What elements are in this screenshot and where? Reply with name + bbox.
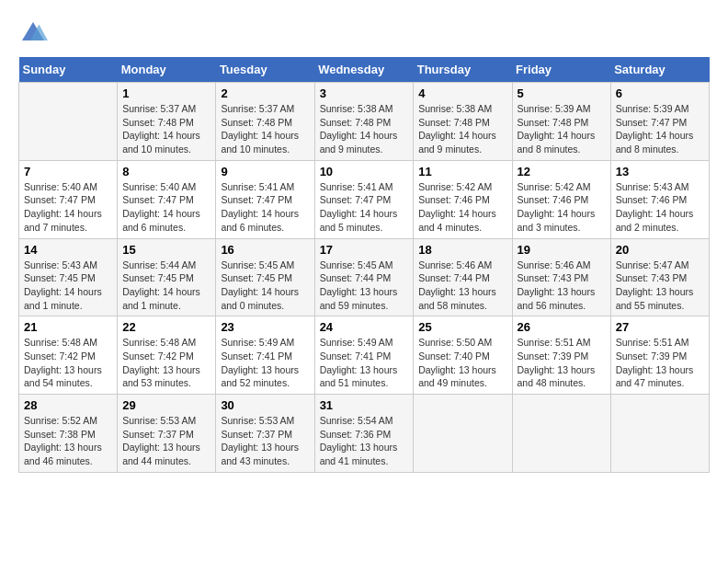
day-number: 16 — [221, 243, 309, 257]
calendar-cell: 19Sunrise: 5:46 AMSunset: 7:43 PMDayligh… — [512, 238, 610, 316]
day-number: 26 — [518, 320, 606, 334]
day-number: 4 — [418, 86, 506, 100]
day-number: 24 — [320, 320, 409, 334]
day-info: Sunrise: 5:41 AMSunset: 7:47 PMDaylight:… — [320, 180, 409, 235]
day-number: 28 — [24, 398, 112, 412]
day-info: Sunrise: 5:44 AMSunset: 7:45 PMDaylight:… — [122, 259, 210, 313]
calendar-cell: 9Sunrise: 5:41 AMSunset: 7:47 PMDaylight… — [216, 160, 314, 238]
day-info: Sunrise: 5:42 AMSunset: 7:46 PMDaylight:… — [418, 180, 506, 235]
day-header-wednesday: Wednesday — [314, 57, 414, 83]
day-number: 3 — [320, 86, 409, 100]
day-number: 13 — [616, 165, 704, 178]
day-info: Sunrise: 5:38 AMSunset: 7:48 PMDaylight:… — [418, 102, 506, 156]
day-number: 30 — [221, 398, 309, 412]
day-info: Sunrise: 5:48 AMSunset: 7:42 PMDaylight:… — [24, 336, 112, 390]
calendar-cell — [414, 395, 512, 473]
calendar-cell — [19, 83, 118, 161]
calendar-cell: 1Sunrise: 5:37 AMSunset: 7:48 PMDaylight… — [118, 83, 216, 161]
day-info: Sunrise: 5:39 AMSunset: 7:47 PMDaylight:… — [616, 102, 704, 156]
day-info: Sunrise: 5:52 AMSunset: 7:38 PMDaylight:… — [24, 414, 112, 468]
day-info: Sunrise: 5:43 AMSunset: 7:46 PMDaylight:… — [616, 180, 704, 235]
calendar-cell: 10Sunrise: 5:41 AMSunset: 7:47 PMDayligh… — [314, 160, 414, 238]
day-number: 29 — [122, 398, 210, 412]
day-header-thursday: Thursday — [414, 57, 512, 83]
calendar-cell: 16Sunrise: 5:45 AMSunset: 7:45 PMDayligh… — [216, 238, 314, 316]
day-info: Sunrise: 5:54 AMSunset: 7:36 PMDaylight:… — [320, 414, 409, 468]
day-number: 27 — [616, 320, 704, 334]
day-number: 15 — [122, 243, 210, 257]
week-row-4: 21Sunrise: 5:48 AMSunset: 7:42 PMDayligh… — [19, 316, 710, 395]
day-number: 6 — [616, 86, 704, 100]
calendar-cell: 2Sunrise: 5:37 AMSunset: 7:48 PMDaylight… — [216, 83, 314, 161]
calendar-cell: 5Sunrise: 5:39 AMSunset: 7:48 PMDaylight… — [512, 83, 610, 161]
calendar-cell: 25Sunrise: 5:50 AMSunset: 7:40 PMDayligh… — [414, 316, 512, 395]
calendar-cell: 27Sunrise: 5:51 AMSunset: 7:39 PMDayligh… — [610, 316, 709, 395]
day-info: Sunrise: 5:49 AMSunset: 7:41 PMDaylight:… — [221, 336, 309, 390]
day-number: 25 — [418, 320, 506, 334]
day-number: 9 — [221, 165, 309, 178]
calendar-cell: 30Sunrise: 5:53 AMSunset: 7:37 PMDayligh… — [216, 395, 314, 473]
week-row-3: 14Sunrise: 5:43 AMSunset: 7:45 PMDayligh… — [19, 238, 710, 316]
day-info: Sunrise: 5:38 AMSunset: 7:48 PMDaylight:… — [320, 102, 409, 156]
day-info: Sunrise: 5:48 AMSunset: 7:42 PMDaylight:… — [122, 336, 210, 390]
day-header-sunday: Sunday — [19, 57, 118, 83]
calendar-cell — [512, 395, 610, 473]
calendar-cell: 17Sunrise: 5:45 AMSunset: 7:44 PMDayligh… — [314, 238, 414, 316]
calendar-cell: 11Sunrise: 5:42 AMSunset: 7:46 PMDayligh… — [414, 160, 512, 238]
week-row-2: 7Sunrise: 5:40 AMSunset: 7:47 PMDaylight… — [19, 160, 710, 238]
day-number: 8 — [122, 165, 210, 178]
day-number: 18 — [418, 243, 506, 257]
day-info: Sunrise: 5:39 AMSunset: 7:48 PMDaylight:… — [518, 102, 606, 156]
day-info: Sunrise: 5:47 AMSunset: 7:43 PMDaylight:… — [616, 259, 704, 313]
day-number: 10 — [320, 165, 409, 178]
day-info: Sunrise: 5:49 AMSunset: 7:41 PMDaylight:… — [320, 336, 409, 390]
day-info: Sunrise: 5:53 AMSunset: 7:37 PMDaylight:… — [221, 414, 309, 468]
day-info: Sunrise: 5:51 AMSunset: 7:39 PMDaylight:… — [518, 336, 606, 390]
day-number: 31 — [320, 398, 409, 412]
calendar-table: SundayMondayTuesdayWednesdayThursdayFrid… — [18, 57, 710, 473]
calendar-cell: 18Sunrise: 5:46 AMSunset: 7:44 PMDayligh… — [414, 238, 512, 316]
day-info: Sunrise: 5:37 AMSunset: 7:48 PMDaylight:… — [122, 102, 210, 156]
day-number: 17 — [320, 243, 409, 257]
day-number: 7 — [24, 165, 112, 178]
calendar-cell: 3Sunrise: 5:38 AMSunset: 7:48 PMDaylight… — [314, 83, 414, 161]
day-info: Sunrise: 5:45 AMSunset: 7:45 PMDaylight:… — [221, 259, 309, 313]
day-number: 1 — [122, 86, 210, 100]
day-info: Sunrise: 5:53 AMSunset: 7:37 PMDaylight:… — [122, 414, 210, 468]
calendar-cell — [610, 395, 709, 473]
day-info: Sunrise: 5:40 AMSunset: 7:47 PMDaylight:… — [122, 180, 210, 235]
calendar-cell: 15Sunrise: 5:44 AMSunset: 7:45 PMDayligh… — [118, 238, 216, 316]
week-row-5: 28Sunrise: 5:52 AMSunset: 7:38 PMDayligh… — [19, 395, 710, 473]
calendar-cell: 22Sunrise: 5:48 AMSunset: 7:42 PMDayligh… — [118, 316, 216, 395]
logo — [18, 18, 51, 48]
day-info: Sunrise: 5:50 AMSunset: 7:40 PMDaylight:… — [418, 336, 506, 390]
calendar-cell: 12Sunrise: 5:42 AMSunset: 7:46 PMDayligh… — [512, 160, 610, 238]
day-info: Sunrise: 5:46 AMSunset: 7:43 PMDaylight:… — [518, 259, 606, 313]
calendar-cell: 14Sunrise: 5:43 AMSunset: 7:45 PMDayligh… — [19, 238, 118, 316]
day-info: Sunrise: 5:51 AMSunset: 7:39 PMDaylight:… — [616, 336, 704, 390]
page-header — [18, 18, 710, 48]
day-number: 22 — [122, 320, 210, 334]
calendar-cell: 31Sunrise: 5:54 AMSunset: 7:36 PMDayligh… — [314, 395, 414, 473]
day-info: Sunrise: 5:45 AMSunset: 7:44 PMDaylight:… — [320, 259, 409, 313]
day-header-monday: Monday — [118, 57, 216, 83]
calendar-cell: 24Sunrise: 5:49 AMSunset: 7:41 PMDayligh… — [314, 316, 414, 395]
day-info: Sunrise: 5:37 AMSunset: 7:48 PMDaylight:… — [221, 102, 309, 156]
calendar-cell: 29Sunrise: 5:53 AMSunset: 7:37 PMDayligh… — [118, 395, 216, 473]
day-number: 2 — [221, 86, 309, 100]
day-header-tuesday: Tuesday — [216, 57, 314, 83]
calendar-cell: 7Sunrise: 5:40 AMSunset: 7:47 PMDaylight… — [19, 160, 118, 238]
calendar-cell: 6Sunrise: 5:39 AMSunset: 7:47 PMDaylight… — [610, 83, 709, 161]
day-info: Sunrise: 5:40 AMSunset: 7:47 PMDaylight:… — [24, 180, 112, 235]
day-header-row: SundayMondayTuesdayWednesdayThursdayFrid… — [19, 57, 710, 83]
week-row-1: 1Sunrise: 5:37 AMSunset: 7:48 PMDaylight… — [19, 83, 710, 161]
day-number: 11 — [418, 165, 506, 178]
calendar-cell: 21Sunrise: 5:48 AMSunset: 7:42 PMDayligh… — [19, 316, 118, 395]
day-number: 19 — [518, 243, 606, 257]
day-info: Sunrise: 5:41 AMSunset: 7:47 PMDaylight:… — [221, 180, 309, 235]
day-number: 21 — [24, 320, 112, 334]
day-number: 20 — [616, 243, 704, 257]
calendar-cell: 28Sunrise: 5:52 AMSunset: 7:38 PMDayligh… — [19, 395, 118, 473]
day-info: Sunrise: 5:46 AMSunset: 7:44 PMDaylight:… — [418, 259, 506, 313]
calendar-cell: 8Sunrise: 5:40 AMSunset: 7:47 PMDaylight… — [118, 160, 216, 238]
